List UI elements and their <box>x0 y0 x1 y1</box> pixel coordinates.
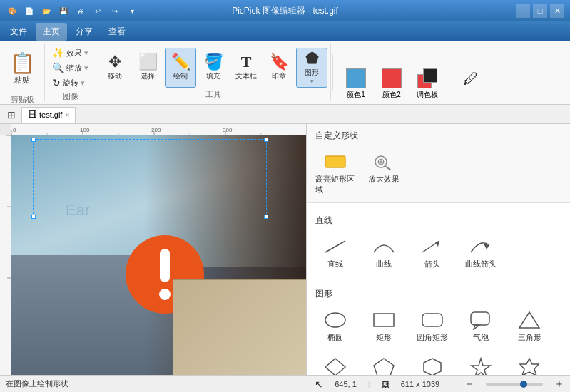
line-item[interactable]: 直线 <box>312 232 358 274</box>
star5-icon <box>468 357 494 375</box>
star6-item[interactable]: 六角星 <box>507 353 552 375</box>
bg-bottom-right <box>173 279 306 375</box>
ruler-horizontal: 0 100 200 300 <box>11 124 306 135</box>
zoom-effect-item[interactable]: 放大效果 <box>361 148 407 200</box>
rect-item[interactable]: 矩形 <box>361 306 407 347</box>
ruler-h-svg: 0 100 200 300 <box>11 124 306 135</box>
text-button[interactable]: T 文本框 <box>230 48 262 88</box>
zoom-minus-button[interactable]: － <box>464 378 474 391</box>
ribbon-color-group: 颜色1 颜色2 调色板 <box>335 44 449 101</box>
ruler-v-svg <box>0 135 11 375</box>
shape-icon: ⬟ <box>305 51 319 66</box>
text-icon: T <box>241 54 252 70</box>
zoom-button[interactable]: 🔍 缩放 ▾ <box>49 61 91 75</box>
pentagon-icon <box>371 357 397 375</box>
ribbon-image-group: ✨ 效果 ▾ 🔍 缩放 ▾ ↻ 旋转 ▾ 图像 <box>45 44 96 101</box>
close-button[interactable]: ✕ <box>550 4 564 18</box>
curve-arrow-item[interactable]: 曲线箭头 <box>458 232 504 274</box>
svg-rect-18 <box>160 249 170 282</box>
status-cursor-pos: 645, 1 <box>335 380 357 388</box>
zoom-slider[interactable] <box>486 383 543 386</box>
eyedropper-button[interactable]: 🖊 <box>455 60 487 100</box>
shapes-section: 图形 椭圆 矩形 圆角矩形 <box>307 282 570 375</box>
svg-marker-38 <box>424 359 441 375</box>
rotate-button[interactable]: ↻ 旋转 ▾ <box>49 76 91 90</box>
ribbon-adjust-group: 🖊 <box>449 44 492 101</box>
ribbon-tools-group: ✥ 移动 ⬜ 选择 ✏️ 绘制 🪣 填充 T 文本框 🔖 印章 <box>96 44 331 101</box>
file-tab[interactable]: 🎞 test.gif × <box>21 107 76 123</box>
svg-point-30 <box>325 313 345 327</box>
curve-item[interactable]: 曲线 <box>361 232 407 274</box>
effects-button[interactable]: ✨ 效果 ▾ <box>49 46 91 60</box>
tab-close-button[interactable]: × <box>65 111 69 119</box>
svg-line-26 <box>325 241 345 252</box>
dropdown-icon[interactable]: ▾ <box>126 4 138 17</box>
hexagon-item[interactable]: 六边形 <box>409 353 455 375</box>
svg-text:0: 0 <box>13 127 16 133</box>
tabs-bar: ⊞ 🎞 test.gif × <box>0 105 570 124</box>
adjust-buttons: 🖊 <box>455 46 487 100</box>
rounded-rect-item[interactable]: 圆角矩形 <box>409 306 455 347</box>
lines-section-title: 直线 <box>307 209 570 229</box>
undo-icon[interactable]: ↩ <box>91 4 104 17</box>
ellipse-item[interactable]: 椭圆 <box>312 306 358 347</box>
move-button[interactable]: ✥ 移动 <box>99 48 131 88</box>
zoom-effect-icon <box>371 152 397 172</box>
minimize-button[interactable]: ─ <box>516 4 530 18</box>
bubble-item[interactable]: 气泡 <box>458 306 504 347</box>
custom-shapes-row: 高亮矩形区域 放大效果 <box>307 145 570 202</box>
paste-button[interactable]: 📋 粘贴 <box>4 46 40 93</box>
paste-icon: 📋 <box>10 53 35 73</box>
arrow-item[interactable]: 箭头 <box>409 232 455 274</box>
shape-button[interactable]: ⬟ 图形 ▾ <box>296 48 327 88</box>
svg-marker-40 <box>520 359 539 375</box>
svg-marker-37 <box>374 359 394 375</box>
save-icon[interactable]: 💾 <box>57 4 70 17</box>
fill-button[interactable]: 🪣 填充 <box>198 48 229 88</box>
curve-arrow-icon <box>468 237 494 257</box>
svg-rect-13 <box>0 135 11 375</box>
triangle-item[interactable]: 三角形 <box>507 306 552 347</box>
menu-home[interactable]: 主页 <box>36 23 67 41</box>
status-draw-text: 在图像上绘制形状 <box>6 378 68 389</box>
maximize-button[interactable]: □ <box>533 4 547 18</box>
print-icon[interactable]: 🖨 <box>74 4 87 17</box>
new-icon[interactable]: 📄 <box>23 4 36 17</box>
select-button[interactable]: ⬜ 选择 <box>132 48 163 88</box>
shape-panel-header: 自定义形状 高亮矩形区域 <box>307 124 570 203</box>
lines-section: 直线 直线 曲线 <box>307 209 570 277</box>
tab-grid-button[interactable]: ⊞ <box>3 108 20 122</box>
image-label: 图像 <box>49 90 91 102</box>
menu-file[interactable]: 文件 <box>3 23 34 41</box>
redo-icon[interactable]: ↪ <box>108 4 121 17</box>
svg-rect-20 <box>325 156 345 167</box>
highlight-rect-icon <box>322 152 348 172</box>
panel-custom-shapes-title: 自定义形状 <box>307 124 570 145</box>
status-image-size: 611 x 1039 <box>401 380 439 388</box>
rotate-icon: ↻ <box>52 77 61 88</box>
pentagon-item[interactable]: 五边形 <box>361 353 407 375</box>
draw-icon: ✏️ <box>171 54 190 70</box>
diamond-item[interactable]: 菱形 <box>312 353 358 375</box>
title-bar: 🎨 📄 📂 💾 🖨 ↩ ↪ ▾ PicPick 图像编辑器 - test.gif… <box>0 0 570 21</box>
stamp-button[interactable]: 🔖 印章 <box>263 48 295 88</box>
highlight-rect-label: 高亮矩形区域 <box>315 174 355 195</box>
color2-button[interactable]: 颜色2 <box>376 67 407 100</box>
menu-view[interactable]: 查看 <box>101 23 133 41</box>
zoom-plus-button[interactable]: ＋ <box>554 378 564 391</box>
ellipse-icon <box>322 310 348 330</box>
svg-line-22 <box>385 166 391 170</box>
open-icon[interactable]: 📂 <box>40 4 53 17</box>
color-buttons: 颜色1 颜色2 调色板 <box>340 46 443 100</box>
highlight-rect-item[interactable]: 高亮矩形区域 <box>312 148 358 200</box>
triangle-icon <box>516 310 542 330</box>
move-icon: ✥ <box>108 54 121 70</box>
draw-button[interactable]: ✏️ 绘制 <box>165 48 196 88</box>
colorb-button[interactable]: 调色板 <box>412 67 443 100</box>
lines-row: 直线 曲线 箭头 <box>307 229 570 277</box>
canvas-area[interactable]: Ear <box>11 135 306 375</box>
color-fg <box>423 68 437 83</box>
color1-button[interactable]: 颜色1 <box>340 67 372 100</box>
star5-item[interactable]: 五角星 <box>458 353 504 375</box>
menu-share[interactable]: 分享 <box>68 23 100 41</box>
